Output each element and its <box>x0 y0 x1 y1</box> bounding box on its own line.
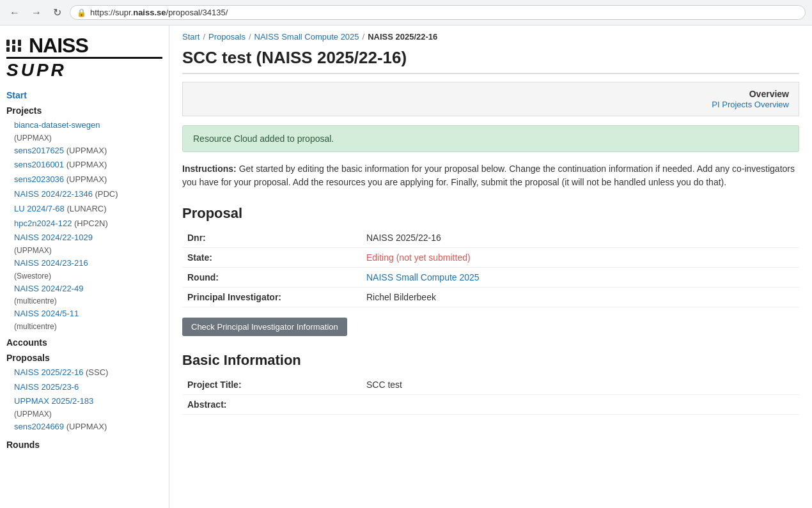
instructions-block: Instructions: Get started by editing the… <box>182 162 799 189</box>
sidebar-proposals-label: Proposals <box>6 353 162 363</box>
sidebar-project-sens2017625[interactable]: sens2017625 (UPPMAX) <box>6 144 162 158</box>
breadcrumb-start[interactable]: Start <box>182 32 199 42</box>
sidebar-project-naiss2024-5-11-meta: (multicentre) <box>6 321 162 332</box>
table-row-project-title: Project Title: SCC test <box>182 375 799 395</box>
sidebar-project-naiss2024-1029[interactable]: NAISS 2024/22-1029 <box>6 231 162 245</box>
basic-info-heading: Basic Information <box>182 349 799 369</box>
sidebar-project-sens2016001[interactable]: sens2016001 (UPPMAX) <box>6 158 162 173</box>
basic-info-table: Project Title: SCC test Abstract: <box>182 375 799 415</box>
sidebar-project-naiss2024-216[interactable]: NAISS 2024/23-216 <box>6 256 162 271</box>
page-title: SCC test (NAISS 2025/22-16) <box>182 48 799 74</box>
sidebar-proposal-sens2024669[interactable]: sens2024669 (UPPMAX) <box>6 420 162 435</box>
check-pi-button[interactable]: Check Principal Investigator Information <box>182 318 347 336</box>
table-row-dnr: Dnr: NAISS 2025/22-16 <box>182 228 799 248</box>
abstract-label: Abstract: <box>182 395 361 415</box>
sidebar-project-hpc2n2024[interactable]: hpc2n2024-122 (HPC2N) <box>6 217 162 231</box>
dnr-label: Dnr: <box>182 228 361 248</box>
sidebar-project-naiss2024-49[interactable]: NAISS 2024/22-49 <box>6 282 162 296</box>
logo-naiss-text: NAISS <box>29 35 88 56</box>
security-icon: 🔒 <box>77 8 86 17</box>
table-row-pi: Principal Investigator: Richel Bilderbee… <box>182 288 799 307</box>
logo-supr-text: SUPR <box>6 57 162 81</box>
pi-projects-overview-link[interactable]: PI Projects Overview <box>712 100 789 109</box>
browser-chrome: ← → ↻ 🔒 https://supr.naiss.se/proposal/3… <box>0 0 812 26</box>
sidebar-proposal-uppmax2025[interactable]: UPPMAX 2025/2-183 <box>6 394 162 409</box>
breadcrumb-proposals[interactable]: Proposals <box>208 32 246 42</box>
overview-label: Overview <box>712 89 789 99</box>
alert-box: Resource Cloud added to proposal. <box>182 125 799 152</box>
table-row-state: State: Editing (not yet submitted) <box>182 248 799 268</box>
round-label: Round: <box>182 268 361 288</box>
sidebar-accounts-label: Accounts <box>6 337 162 348</box>
round-value: NAISS Small Compute 2025 <box>361 268 799 288</box>
breadcrumb-sep2: / <box>249 32 251 42</box>
overview-box: Overview PI Projects Overview <box>182 82 799 116</box>
table-row-round: Round: NAISS Small Compute 2025 <box>182 268 799 288</box>
sidebar-project-bianca-meta: (UPPMAX) <box>6 133 162 144</box>
sidebar-start-link[interactable]: Start <box>6 90 162 100</box>
sidebar-project-naiss2024-5-11[interactable]: NAISS 2024/5-11 <box>6 307 162 321</box>
pi-value: Richel Bilderbeek <box>361 288 799 307</box>
instructions-label: Instructions: <box>182 164 237 174</box>
sidebar-project-sens2023036[interactable]: sens2023036 (UPPMAX) <box>6 173 162 187</box>
breadcrumb-round[interactable]: NAISS Small Compute 2025 <box>254 32 359 42</box>
url-display: https://supr.naiss.se/proposal/34135/ <box>90 8 228 17</box>
refresh-button[interactable]: ↻ <box>50 5 65 20</box>
sidebar-project-bianca[interactable]: bianca-dataset-swegen <box>6 118 162 133</box>
instructions-text: Get started by editing the basic informa… <box>182 164 795 187</box>
abstract-value <box>361 395 799 415</box>
main-content: Start / Proposals / NAISS Small Compute … <box>169 26 812 508</box>
sidebar-project-naiss2024-1346[interactable]: NAISS 2024/22-1346 (PDC) <box>6 187 162 202</box>
proposal-section-heading: Proposal <box>182 202 799 222</box>
project-title-value: SCC test <box>361 375 799 395</box>
breadcrumb: Start / Proposals / NAISS Small Compute … <box>182 32 799 42</box>
breadcrumb-current: NAISS 2025/22-16 <box>368 32 437 42</box>
sidebar: NAISS SUPR Start Projects bianca-dataset… <box>0 26 169 508</box>
pi-label: Principal Investigator: <box>182 288 361 307</box>
proposal-table: Dnr: NAISS 2025/22-16 State: Editing (no… <box>182 228 799 307</box>
sidebar-rounds-label: Rounds <box>6 440 162 450</box>
round-link[interactable]: NAISS Small Compute 2025 <box>366 272 480 282</box>
sidebar-proposal-naiss2025-23-6[interactable]: NAISS 2025/23-6 <box>6 380 162 395</box>
forward-button[interactable]: → <box>28 6 45 20</box>
state-label: State: <box>182 248 361 268</box>
alert-message: Resource Cloud added to proposal. <box>193 134 334 144</box>
project-title-label: Project Title: <box>182 375 361 395</box>
back-button[interactable]: ← <box>6 6 23 20</box>
sidebar-project-naiss2024-216-meta: (Swestore) <box>6 271 162 282</box>
sidebar-proposal-uppmax2025-meta: (UPPMAX) <box>6 409 162 420</box>
app-body: NAISS SUPR Start Projects bianca-dataset… <box>0 26 812 508</box>
sidebar-project-lu2024[interactable]: LU 2024/7-68 (LUNARC) <box>6 202 162 217</box>
state-value: Editing (not yet submitted) <box>361 248 799 268</box>
address-bar[interactable]: 🔒 https://supr.naiss.se/proposal/34135/ <box>70 5 806 20</box>
table-row-abstract: Abstract: <box>182 395 799 415</box>
breadcrumb-sep1: / <box>203 32 205 42</box>
sidebar-project-naiss2024-49-meta: (multicentre) <box>6 296 162 307</box>
sidebar-projects-label: Projects <box>6 105 162 116</box>
breadcrumb-sep3: / <box>363 32 365 42</box>
editing-status: Editing (not yet submitted) <box>366 252 471 263</box>
logo-area: NAISS SUPR <box>6 35 162 81</box>
sidebar-project-naiss2024-1029-meta: (UPPMAX) <box>6 245 162 256</box>
sidebar-proposal-naiss2025-22-16[interactable]: NAISS 2025/22-16 (SSC) <box>6 366 162 380</box>
dnr-value: NAISS 2025/22-16 <box>361 228 799 248</box>
